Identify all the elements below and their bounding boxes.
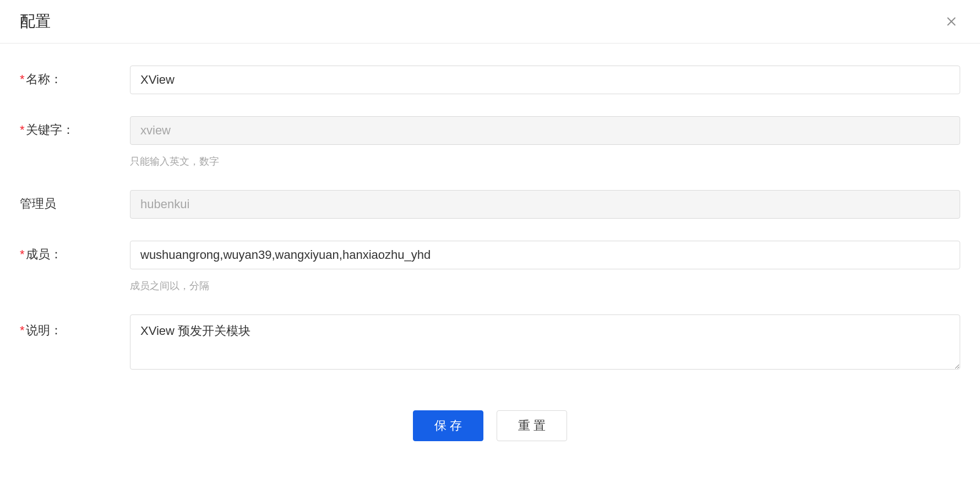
required-mark: *	[20, 123, 25, 137]
config-modal: 配置 *名称： *关键字：	[0, 0, 980, 458]
keyword-label: *关键字：	[20, 116, 130, 138]
members-label: *成员：	[20, 241, 130, 263]
reset-button[interactable]: 重置	[497, 410, 567, 441]
members-hint: 成员之间以，分隔	[130, 279, 209, 292]
required-mark: *	[20, 247, 25, 261]
form-row-description: *说明：	[20, 314, 960, 372]
close-icon[interactable]	[943, 13, 960, 30]
keyword-hint: 只能输入英文，数字	[130, 155, 219, 168]
modal-footer: 保存 重置	[0, 410, 980, 458]
form-row-members: *成员：	[20, 241, 960, 269]
keyword-input	[130, 116, 960, 145]
name-label: *名称：	[20, 66, 130, 88]
form-row-name: *名称：	[20, 66, 960, 94]
modal-title: 配置	[20, 11, 51, 32]
admin-label: 管理员	[20, 190, 130, 212]
admin-input	[130, 190, 960, 219]
name-input[interactable]	[130, 66, 960, 94]
members-input[interactable]	[130, 241, 960, 269]
save-button[interactable]: 保存	[413, 410, 483, 441]
modal-header: 配置	[0, 0, 980, 44]
form-row-admin: 管理员	[20, 190, 960, 219]
description-label: *说明：	[20, 314, 130, 339]
modal-body: *名称： *关键字： 只能输入英文，数字 管理员	[0, 44, 980, 410]
required-mark: *	[20, 72, 25, 86]
required-mark: *	[20, 323, 25, 337]
form-row-keyword: *关键字：	[20, 116, 960, 145]
description-textarea[interactable]	[130, 314, 960, 370]
